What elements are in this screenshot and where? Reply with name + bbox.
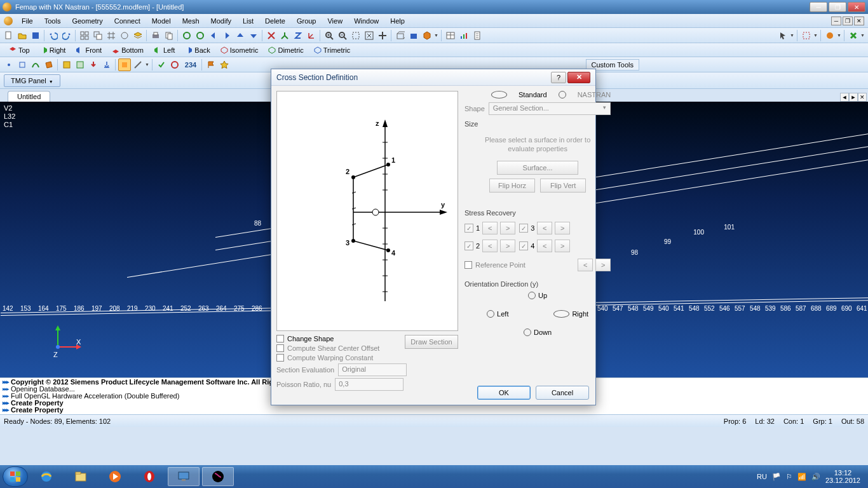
snap-button[interactable] xyxy=(118,29,131,42)
taskbar-app-wmp[interactable] xyxy=(99,467,131,486)
sr2-next-button[interactable]: > xyxy=(500,240,515,252)
flip-horz-button[interactable]: Flip Horz xyxy=(489,179,535,193)
new-file-button[interactable] xyxy=(3,29,15,42)
print-button[interactable] xyxy=(149,29,162,42)
zoom-fit-button[interactable] xyxy=(363,29,376,42)
axis-y-button[interactable] xyxy=(278,29,291,42)
tab-close-button[interactable]: ✕ xyxy=(858,93,867,102)
cancel-button[interactable]: Cancel xyxy=(536,386,589,400)
highlight-dropdown[interactable]: ▼ xyxy=(837,33,842,37)
mdi-close-button[interactable]: ✕ xyxy=(854,17,864,25)
curve-button[interactable] xyxy=(29,58,42,71)
start-button[interactable] xyxy=(3,466,28,487)
measure-button[interactable] xyxy=(132,58,144,71)
undo-button[interactable] xyxy=(47,29,60,42)
view-trimetric-button[interactable]: Trimetric xyxy=(310,46,354,55)
document-tab-untitled[interactable]: Untitled xyxy=(8,91,50,102)
sr3-prev-button[interactable]: < xyxy=(537,222,552,234)
menu-window[interactable]: Window xyxy=(349,16,384,26)
view-iso-button[interactable]: Isometric xyxy=(217,46,262,55)
zoom-out-button[interactable] xyxy=(336,29,349,42)
mdi-minimize-button[interactable]: ─ xyxy=(831,17,841,25)
element-button[interactable] xyxy=(16,58,29,71)
orient-left-radio[interactable] xyxy=(487,310,494,318)
open-file-button[interactable] xyxy=(16,29,29,42)
sr2-checkbox[interactable]: ✓ xyxy=(465,241,473,250)
number-234-button[interactable]: 234 xyxy=(182,58,200,71)
tray-network-icon[interactable]: 📶 xyxy=(797,473,806,481)
draw-section-button[interactable]: Draw Section xyxy=(405,335,458,349)
chart-button[interactable] xyxy=(458,29,470,42)
delete-sel-button[interactable] xyxy=(847,29,860,42)
menu-list[interactable]: List xyxy=(238,16,259,26)
sr3-next-button[interactable]: > xyxy=(555,222,570,234)
menu-view[interactable]: View xyxy=(322,16,348,26)
arrow-right-button[interactable] xyxy=(220,29,233,42)
tmg-panel-button[interactable]: TMG Panel▼ xyxy=(4,74,60,87)
taskbar-app-femap[interactable] xyxy=(202,467,234,486)
view-right-button[interactable]: Right xyxy=(36,46,70,55)
view-top-button[interactable]: Top xyxy=(5,46,34,55)
layers-button[interactable] xyxy=(132,29,144,42)
redo-button[interactable] xyxy=(60,29,73,42)
flag-button[interactable] xyxy=(205,58,217,71)
view-dimetric-button[interactable]: Dimetric xyxy=(264,46,307,55)
window-minimize-button[interactable]: ─ xyxy=(810,2,827,12)
sr1-prev-button[interactable]: < xyxy=(482,222,498,234)
property-button[interactable] xyxy=(74,58,86,71)
menu-delete[interactable]: Delete xyxy=(260,16,290,26)
highlight-button[interactable] xyxy=(824,29,836,42)
taskbar-app-ie[interactable] xyxy=(31,467,62,486)
app-menu-icon[interactable] xyxy=(4,17,13,25)
shear-offset-checkbox[interactable]: Compute Shear Center Offset xyxy=(276,344,401,352)
cascade-button[interactable] xyxy=(92,29,104,42)
dialog-titlebar[interactable]: Cross Section Definition ? ✕ xyxy=(271,69,595,86)
change-shape-checkbox[interactable]: Change Shape xyxy=(276,335,401,342)
save-button[interactable] xyxy=(29,29,42,42)
wireframe-button[interactable] xyxy=(394,29,407,42)
shaded-button[interactable] xyxy=(407,29,420,42)
menu-help[interactable]: Help xyxy=(385,16,410,26)
menu-geometry[interactable]: Geometry xyxy=(67,16,107,26)
tab-next-button[interactable]: ► xyxy=(849,93,858,102)
view-back-button[interactable]: Back xyxy=(181,46,214,55)
arrow-left-button[interactable] xyxy=(207,29,220,42)
render-button[interactable] xyxy=(421,29,433,42)
view-front-button[interactable]: Front xyxy=(72,46,105,55)
tile-button[interactable] xyxy=(78,29,91,42)
axis-z-button[interactable] xyxy=(292,29,304,42)
refpt-prev-button[interactable]: < xyxy=(578,259,593,271)
tab-prev-button[interactable]: ◄ xyxy=(840,93,849,102)
menu-connect[interactable]: Connect xyxy=(109,16,146,26)
grid-button[interactable] xyxy=(105,29,118,42)
menu-file[interactable]: File xyxy=(17,16,38,26)
render-dropdown[interactable]: ▼ xyxy=(434,33,439,37)
triad-button[interactable] xyxy=(305,29,318,42)
pick-button[interactable] xyxy=(800,29,813,42)
arrow-up-button[interactable] xyxy=(234,29,247,42)
mdi-restore-button[interactable]: ❐ xyxy=(843,17,853,25)
highlight-toggle-button[interactable] xyxy=(118,58,131,71)
sr2-prev-button[interactable]: < xyxy=(482,240,498,252)
section-eval-select[interactable]: Original xyxy=(338,363,407,376)
tray-clock[interactable]: 13:12 23.12.2012 xyxy=(825,469,860,484)
tray-action-center-icon[interactable]: ⚐ xyxy=(786,473,792,481)
material-button[interactable] xyxy=(60,58,73,71)
pick-dropdown[interactable]: ▼ xyxy=(813,33,818,37)
sr4-prev-button[interactable]: < xyxy=(537,240,552,252)
sr1-checkbox[interactable]: ✓ xyxy=(465,224,473,233)
dialog-help-button[interactable]: ? xyxy=(551,72,566,83)
window-close-button[interactable]: ✕ xyxy=(848,2,865,12)
zoom-window-button[interactable] xyxy=(349,29,362,42)
standard-radio[interactable] xyxy=(491,91,507,98)
taskbar-app-opera[interactable] xyxy=(133,467,165,486)
load-button[interactable] xyxy=(87,58,100,71)
orient-down-radio[interactable] xyxy=(524,329,531,336)
shape-select[interactable]: General Section... xyxy=(489,102,611,115)
window-maximize-button[interactable]: ❐ xyxy=(829,2,846,12)
zoom-in-button[interactable] xyxy=(323,29,336,42)
orient-right-radio[interactable] xyxy=(553,310,569,318)
surface-button[interactable]: Surface... xyxy=(497,161,578,175)
select-arrow-button[interactable] xyxy=(776,29,789,42)
menu-modify[interactable]: Modify xyxy=(206,16,236,26)
